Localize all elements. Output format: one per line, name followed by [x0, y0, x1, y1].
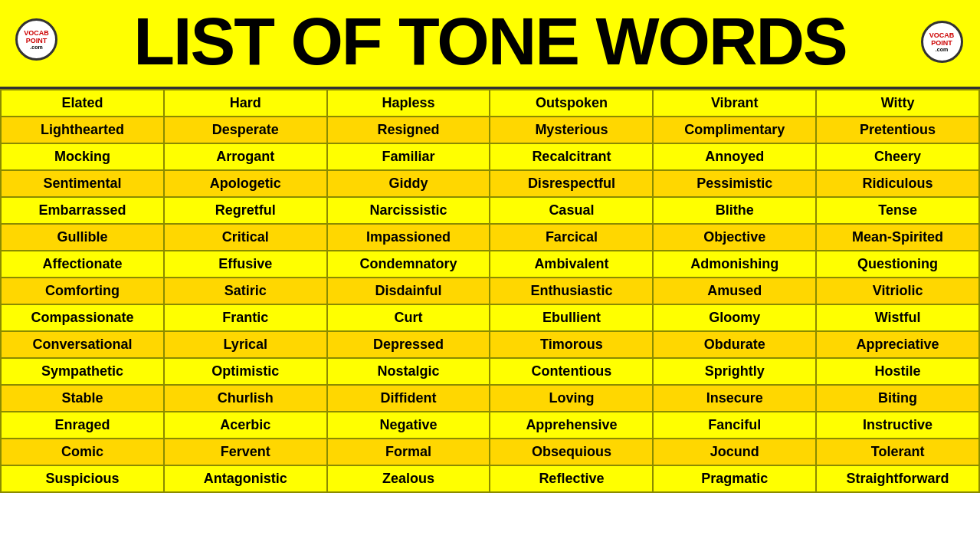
table-cell: Formal — [327, 439, 490, 465]
table-cell: Timorous — [490, 331, 653, 358]
logo-left: VOCAB POINT .com — [15, 18, 61, 64]
table-cell: Vibrant — [653, 90, 816, 117]
table-cell: Pessimistic — [653, 170, 816, 197]
table-cell: Tolerant — [816, 439, 979, 465]
table-cell: Gloomy — [653, 304, 816, 331]
table-cell: Antagonistic — [164, 465, 327, 492]
table-cell: Embarrassed — [1, 197, 164, 224]
table-row: AffectionateEffusiveCondemnatoryAmbivale… — [1, 251, 979, 278]
table-cell: Recalcitrant — [490, 143, 653, 170]
table-cell: Resigned — [327, 117, 490, 143]
table-cell: Compassionate — [1, 304, 164, 331]
table-cell: Vitriolic — [816, 278, 979, 304]
table-cell: Nostalgic — [327, 358, 490, 385]
table-cell: Obsequious — [490, 439, 653, 465]
table-cell: Elated — [1, 90, 164, 117]
table-cell: Lyrical — [164, 331, 327, 358]
table-cell: Witty — [816, 90, 979, 117]
table-cell: Apprehensive — [490, 412, 653, 439]
logo-vp-text2: POINT — [26, 37, 48, 44]
table-cell: Curt — [327, 304, 490, 331]
table-cell: Complimentary — [653, 117, 816, 143]
table-cell: Enthusiastic — [490, 278, 653, 304]
table-cell: Satiric — [164, 278, 327, 304]
table-cell: Appreciative — [816, 331, 979, 358]
table-cell: Arrogant — [164, 143, 327, 170]
table-cell: Farcical — [490, 224, 653, 251]
table-cell: Hard — [164, 90, 327, 117]
table-cell: Impassioned — [327, 224, 490, 251]
table-row: SentimentalApologeticGiddyDisrespectfulP… — [1, 170, 979, 197]
table-cell: Objective — [653, 224, 816, 251]
table-cell: Tense — [816, 197, 979, 224]
table-cell: Sentimental — [1, 170, 164, 197]
table-cell: Comforting — [1, 278, 164, 304]
table-cell: Familiar — [327, 143, 490, 170]
table-cell: Disrespectful — [490, 170, 653, 197]
table-cell: Biting — [816, 385, 979, 412]
table-cell: Jocund — [653, 439, 816, 465]
logo-vp-text: VOCAB — [24, 29, 49, 37]
table-cell: Sprightly — [653, 358, 816, 385]
table-cell: Enraged — [1, 412, 164, 439]
table-cell: Desperate — [164, 117, 327, 143]
table-cell: Instructive — [816, 412, 979, 439]
table-cell: Churlish — [164, 385, 327, 412]
table-cell: Conversational — [1, 331, 164, 358]
table-cell: Apologetic — [164, 170, 327, 197]
table-cell: Admonishing — [653, 251, 816, 278]
table-cell: Wistful — [816, 304, 979, 331]
tone-words-table: ElatedHardHaplessOutspokenVibrantWittyLi… — [0, 89, 980, 493]
table-cell: Diffident — [327, 385, 490, 412]
table-row: ConversationalLyricalDepressedTimorousOb… — [1, 331, 979, 358]
logo-right: VOCAB POINT .com — [919, 18, 965, 64]
table-cell: Pragmatic — [653, 465, 816, 492]
table-cell: Hostile — [816, 358, 979, 385]
table-cell: Mocking — [1, 143, 164, 170]
table-cell: Annoyed — [653, 143, 816, 170]
table-cell: Loving — [490, 385, 653, 412]
table-cell: Casual — [490, 197, 653, 224]
table-cell: Acerbic — [164, 412, 327, 439]
table-cell: Hapless — [327, 90, 490, 117]
table-cell: Ebullient — [490, 304, 653, 331]
table-cell: Ridiculous — [816, 170, 979, 197]
table-cell: Straightforward — [816, 465, 979, 492]
table-cell: Disdainful — [327, 278, 490, 304]
table-cell: Contentious — [490, 358, 653, 385]
table-row: SuspiciousAntagonisticZealousReflectiveP… — [1, 465, 979, 492]
table-row: EnragedAcerbicNegativeApprehensiveFancif… — [1, 412, 979, 439]
table-cell: Amused — [653, 278, 816, 304]
table-cell: Outspoken — [490, 90, 653, 117]
table-cell: Mysterious — [490, 117, 653, 143]
table-cell: Comic — [1, 439, 164, 465]
table-cell: Regretful — [164, 197, 327, 224]
table-cell: Giddy — [327, 170, 490, 197]
table-cell: Questioning — [816, 251, 979, 278]
table-cell: Sympathetic — [1, 358, 164, 385]
table-cell: Condemnatory — [327, 251, 490, 278]
table-cell: Blithe — [653, 197, 816, 224]
table-row: SympatheticOptimisticNostalgicContentiou… — [1, 358, 979, 385]
table-cell: Negative — [327, 412, 490, 439]
table-cell: Optimistic — [164, 358, 327, 385]
table-row: StableChurlishDiffidentLovingInsecureBit… — [1, 385, 979, 412]
table-cell: Lighthearted — [1, 117, 164, 143]
table-cell: Affectionate — [1, 251, 164, 278]
table-row: CompassionateFranticCurtEbullientGloomyW… — [1, 304, 979, 331]
logo-com-text: .com — [30, 44, 42, 50]
table-row: ComicFerventFormalObsequiousJocundTolera… — [1, 439, 979, 465]
table-cell: Stable — [1, 385, 164, 412]
table-row: ComfortingSatiricDisdainfulEnthusiasticA… — [1, 278, 979, 304]
table-cell: Obdurate — [653, 331, 816, 358]
page-title: LIST OF TONE WORDS — [61, 8, 919, 75]
table-row: LightheartedDesperateResignedMysteriousC… — [1, 117, 979, 143]
table-cell: Ambivalent — [490, 251, 653, 278]
table-cell: Suspicious — [1, 465, 164, 492]
table-cell: Insecure — [653, 385, 816, 412]
table-cell: Frantic — [164, 304, 327, 331]
table-cell: Cheery — [816, 143, 979, 170]
table-cell: Fanciful — [653, 412, 816, 439]
table-cell: Narcissistic — [327, 197, 490, 224]
table-cell: Pretentious — [816, 117, 979, 143]
